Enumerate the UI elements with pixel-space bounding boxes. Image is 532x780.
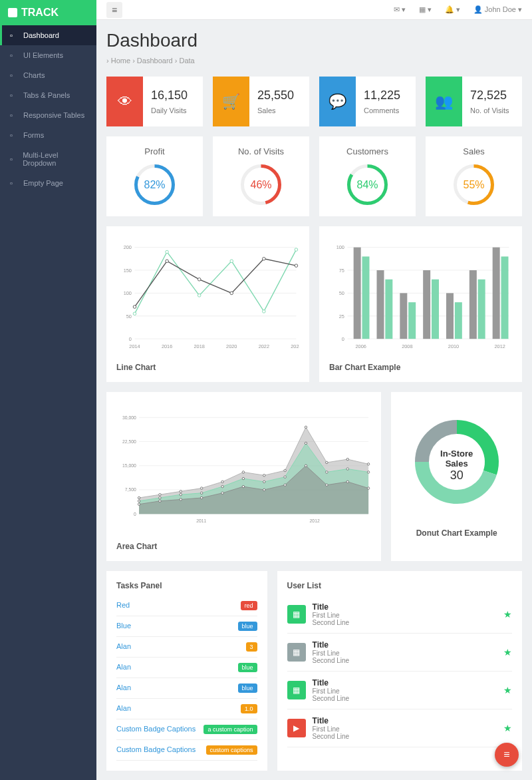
svg-point-26 [198, 294, 201, 297]
task-badge: red [241, 601, 257, 610]
stat-card[interactable]: 👁 16,150 Daily Visits [106, 77, 203, 126]
svg-text:50: 50 [126, 313, 132, 319]
user-line1: First Line [313, 725, 497, 733]
user-title: Title [313, 678, 497, 687]
user-title: Title [313, 716, 497, 725]
svg-text:30,000: 30,000 [122, 415, 136, 420]
nav-label: Forms [23, 131, 44, 139]
grid-icon[interactable]: ▦ ▾ [419, 5, 432, 14]
user-title: Title [313, 602, 497, 612]
user-line2: Second Line [313, 695, 497, 702]
user-list-item[interactable]: ▦ Title First Line Second Line ★ [287, 634, 512, 672]
task-badge: blue [238, 663, 257, 672]
gauge-title: Sales [436, 146, 512, 156]
svg-text:22,500: 22,500 [122, 439, 136, 444]
sidebar-item-ui-elements[interactable]: ▫UI Elements [0, 45, 96, 65]
nav-icon: ▫ [10, 131, 18, 139]
user-menu[interactable]: 👤 John Doe ▾ [473, 5, 522, 14]
sidebar-item-dashboard[interactable]: ▫Dashboard [0, 25, 96, 45]
gauge-card: Customers 84% [319, 136, 416, 216]
mail-icon[interactable]: ✉ ▾ [394, 5, 406, 14]
svg-point-34 [263, 258, 266, 261]
menu-toggle-icon[interactable]: ≡ [106, 2, 122, 18]
svg-text:2011: 2011 [196, 518, 206, 523]
nav-label: UI Elements [23, 51, 63, 59]
svg-point-27 [230, 260, 233, 263]
svg-text:150: 150 [124, 268, 132, 274]
stat-label: Sales [257, 106, 294, 114]
task-item[interactable]: Custom Badge Captionsa custom caption [116, 719, 257, 740]
svg-text:200: 200 [124, 244, 132, 250]
task-item[interactable]: Alan3 [116, 637, 257, 658]
gauge-value: 55% [463, 179, 484, 191]
user-list-item[interactable]: ▦ Title First Line Second Line ★ [287, 596, 512, 634]
gauge-card: Profit 82% [106, 136, 203, 216]
task-item[interactable]: Alanblue [116, 658, 257, 678]
breadcrumb-item[interactable]: Data [179, 57, 194, 65]
user-list-item[interactable]: ▶ Title First Line Second Line ★ [287, 709, 512, 747]
svg-point-102 [221, 492, 223, 494]
svg-text:15,000: 15,000 [122, 463, 136, 468]
svg-rect-56 [446, 293, 454, 339]
task-item[interactable]: Custom Badge Captionscustom captions [116, 740, 257, 761]
svg-point-103 [242, 485, 244, 487]
svg-text:2018: 2018 [194, 343, 205, 349]
user-line1: First Line [313, 687, 497, 695]
star-icon[interactable]: ★ [503, 647, 512, 658]
breadcrumb-item[interactable]: Home [111, 57, 130, 65]
task-name[interactable]: Custom Badge Captions [116, 745, 196, 755]
stat-card[interactable]: 👥 72,525 No. of Visits [426, 77, 522, 126]
stat-icon: 🛒 [213, 77, 249, 126]
svg-point-31 [166, 260, 169, 263]
gauge-title: Profit [116, 146, 193, 156]
fab-button[interactable]: ≡ [495, 743, 519, 767]
task-name[interactable]: Blue [116, 622, 131, 631]
nav-icon: ▫ [10, 155, 17, 163]
logo[interactable]: TRACK [0, 0, 96, 25]
svg-point-90 [221, 485, 223, 487]
svg-point-86 [138, 500, 140, 502]
stat-icon: 💬 [319, 77, 356, 126]
task-name[interactable]: Alan [116, 683, 131, 693]
task-item[interactable]: Alanblue [116, 678, 257, 699]
sidebar-item-multi-level-dropdown[interactable]: ▫Multi-Level Dropdown [0, 145, 96, 173]
svg-point-78 [221, 481, 223, 483]
star-icon[interactable]: ★ [503, 609, 512, 620]
task-item[interactable]: Blueblue [116, 616, 257, 637]
sidebar-item-forms[interactable]: ▫Forms [0, 125, 96, 145]
star-icon[interactable]: ★ [503, 685, 512, 695]
svg-point-95 [326, 471, 328, 473]
sidebar-item-empty-page[interactable]: ▫Empty Page [0, 173, 96, 193]
svg-text:0: 0 [134, 512, 136, 516]
sidebar-item-charts[interactable]: ▫Charts [0, 65, 96, 85]
svg-text:0: 0 [342, 336, 344, 342]
panel-title: User List [287, 581, 512, 590]
gauge-title: Customers [329, 146, 406, 156]
sidebar-item-tabs-&-panels[interactable]: ▫Tabs & Panels [0, 85, 96, 105]
breadcrumb-item[interactable]: Dashboard [137, 57, 173, 65]
stat-card[interactable]: 🛒 25,550 Sales [213, 77, 309, 126]
stat-label: Comments [364, 106, 400, 114]
task-badge: 1.0 [241, 704, 257, 713]
task-name[interactable]: Alan [116, 663, 131, 672]
task-item[interactable]: Redred [116, 596, 257, 616]
task-badge: a custom caption [203, 725, 257, 734]
task-name[interactable]: Alan [116, 704, 131, 713]
nav-icon: ▫ [10, 31, 18, 39]
svg-text:2024: 2024 [291, 343, 299, 349]
svg-point-108 [346, 481, 348, 483]
user-avatar-icon: ▦ [287, 605, 306, 624]
user-list-item[interactable]: ▦ Title First Line Second Line ★ [287, 672, 512, 709]
task-badge: blue [238, 683, 257, 693]
task-item[interactable]: Alan1.0 [116, 699, 257, 719]
svg-point-80 [263, 475, 265, 477]
stat-card[interactable]: 💬 11,225 Comments [319, 77, 416, 126]
stat-value: 11,225 [364, 89, 400, 102]
task-name[interactable]: Red [116, 601, 130, 610]
task-name[interactable]: Custom Badge Captions [116, 725, 196, 734]
svg-point-74 [138, 496, 140, 498]
bell-icon[interactable]: 🔔 ▾ [445, 5, 460, 14]
task-name[interactable]: Alan [116, 642, 131, 652]
sidebar-item-responsive-tables[interactable]: ▫Responsive Tables [0, 105, 96, 125]
star-icon[interactable]: ★ [503, 723, 512, 733]
